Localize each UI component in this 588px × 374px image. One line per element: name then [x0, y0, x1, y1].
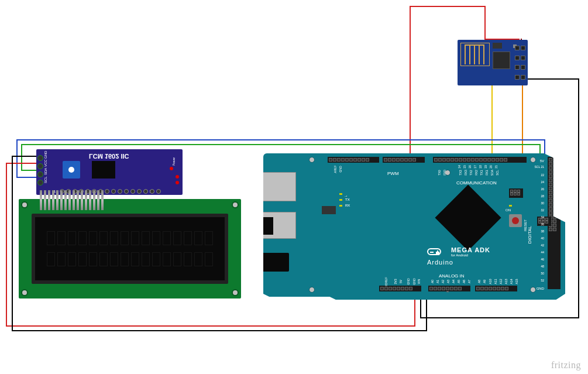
lbl-reset: RESET: [524, 219, 527, 231]
lbl-d26: 26: [541, 187, 544, 191]
lbl-pwm: PWM: [387, 171, 399, 176]
lbl-d32: 32: [541, 208, 544, 212]
lbl-scl: SCL: [496, 170, 499, 176]
lbl-a12: A12: [499, 279, 503, 284]
lbl-d40: 40: [541, 236, 544, 240]
lbl-p17: 17: [473, 165, 477, 169]
lbl-d28: 28: [541, 194, 544, 198]
header-pwm: [383, 157, 425, 163]
esp8266-module: [458, 40, 528, 85]
wire-sda-left: [21, 144, 22, 171]
lbl-rx0: RX0: [443, 170, 446, 176]
lbl-d50: 50: [541, 272, 544, 275]
pin-sda: [37, 171, 43, 177]
arduino-mega-adk: PWM COMMUNICATION ANALOG IN DIGITAL AREF…: [263, 153, 565, 300]
lbl-l: L: [344, 195, 348, 197]
usb-a-host-port: [261, 212, 296, 239]
lbl-5v: 5V: [399, 280, 403, 283]
pin-scl: [37, 180, 43, 186]
lbl-gnd-r: GND: [537, 287, 544, 290]
lbl-tx: TX: [345, 198, 350, 201]
header-analog-a: [428, 286, 470, 291]
lbl-sda: SDA: [490, 170, 494, 176]
lbl-gnd2: GND: [412, 278, 416, 284]
lbl-sda: SDA: [44, 168, 47, 175]
esp-pin-header: [515, 46, 527, 80]
lbl-a5: A5: [457, 280, 460, 283]
lbl-p18: 18: [479, 165, 482, 169]
fritzing-watermark: fritzing: [551, 360, 581, 370]
lbl-a15: A15: [515, 279, 518, 284]
mega-mounting-hole: [309, 287, 315, 293]
lbl-d30: 30: [541, 201, 544, 205]
wire-gnd-bottom: [12, 330, 427, 331]
power-led: [170, 167, 173, 170]
lbl-d24: 24: [541, 180, 544, 184]
lbl-gnd-top: GND: [339, 166, 342, 172]
lbl-ioref: IOREF: [384, 277, 388, 286]
lbl-d34: 34: [541, 215, 544, 219]
lbl-a13: A13: [504, 279, 508, 284]
lbl-d22: 22: [541, 173, 544, 177]
wire-scl-top: [16, 139, 545, 140]
wire-vcc-left: [6, 163, 7, 327]
power-led-label: Power: [172, 157, 176, 166]
header-analog-b: [475, 286, 517, 291]
wire-vcc-bottom: [6, 325, 415, 327]
wire-esp-gnd-v: [578, 78, 579, 318]
lcd-pin-header: [40, 190, 104, 210]
lcd-row-0: [47, 231, 213, 245]
lbl-3v3: 3V3: [394, 279, 397, 284]
lbl-p19: 19: [484, 165, 487, 169]
i2c-expander-ic: [92, 161, 115, 179]
lbl-comm: COMMUNICATION: [456, 180, 497, 186]
pin-gnd: [37, 155, 43, 161]
usb-b-port: [261, 172, 296, 201]
lbl-a6: A6: [462, 280, 466, 283]
infinity-icon: [427, 248, 441, 255]
atmega2560-chip: [435, 184, 501, 251]
lcd-mounting-hole: [232, 289, 239, 296]
lbl-a10: A10: [489, 279, 492, 284]
dc-power-jack: [261, 253, 289, 272]
lbl-a7: A7: [467, 280, 471, 283]
header-top-left: [328, 157, 379, 163]
lbl-scl: SCL: [44, 176, 47, 183]
led-tx: [339, 199, 342, 201]
brand-label: Arduino: [427, 259, 453, 266]
header-comm: [433, 157, 527, 163]
led-on: [509, 205, 512, 207]
icsp-header-2: [537, 217, 551, 226]
lbl-vcc: VCC: [44, 159, 47, 167]
lbl-analog: ANALOG IN: [439, 273, 465, 279]
lbl-p14: 14: [458, 165, 461, 169]
lcd-screen: [41, 223, 219, 275]
led-jumper: [176, 175, 179, 186]
wire-scl-left: [16, 139, 18, 178]
lbl-a9: A9: [483, 280, 486, 283]
mega-mounting-hole: [309, 157, 315, 163]
lbl-a0: A0: [431, 280, 434, 283]
lbl-a4: A4: [452, 280, 455, 283]
lcd-mounting-hole: [232, 201, 239, 208]
esp-soc: [493, 52, 510, 69]
lbl-d36: 36: [541, 222, 544, 226]
esp-antenna: [460, 43, 490, 66]
lbl-gnd: GND: [44, 151, 47, 159]
lbl-p16: 16: [468, 165, 472, 169]
smd-component: [322, 206, 336, 214]
lbl-gnd1: GND: [407, 278, 410, 284]
led-rx: [339, 205, 342, 207]
i2c-bp-title: LCM 1602 IIC: [89, 153, 129, 160]
lbl-d46: 46: [541, 258, 544, 261]
wire-vcc-bp-h: [6, 163, 40, 164]
lbl-a14: A14: [510, 279, 513, 284]
lbl-rx1: RX1: [485, 170, 489, 176]
lbl-p21: 21: [494, 165, 498, 169]
lcd-bezel: [32, 214, 228, 284]
fritzing-canvas: LCM 1602 IIC Power GND VCC SDA SCL 1 16: [0, 0, 588, 374]
lbl-aref: AREF: [333, 165, 337, 173]
lbl-d48: 48: [541, 265, 544, 268]
lbl-tx0: TX0: [438, 170, 441, 175]
wire-sda-top: [21, 144, 541, 145]
